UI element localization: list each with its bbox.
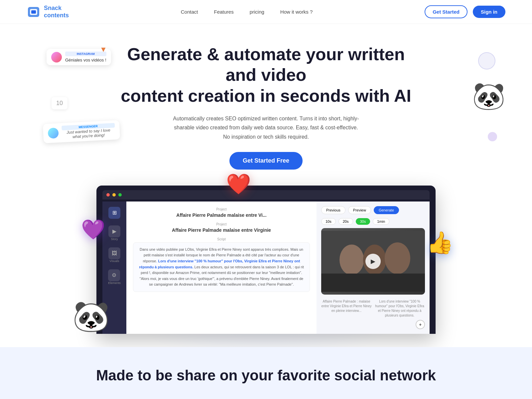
logo: Snack contents	[27, 5, 69, 19]
nav-contact[interactable]: Contact	[181, 9, 198, 15]
preview-button[interactable]: Preview	[348, 206, 371, 214]
sidebar-icon-0[interactable]: ⊞	[108, 207, 120, 219]
instagram-text: Géniales vos vidéos !	[65, 58, 106, 63]
sidebar-icon-story[interactable]: ▶	[108, 225, 120, 237]
action-buttons: Previous Preview Generate	[321, 206, 425, 214]
svg-point-6	[385, 242, 410, 274]
nav-how-it-works[interactable]: How it works ?	[280, 9, 313, 15]
nav-pricing[interactable]: pricing	[250, 9, 264, 15]
add-button[interactable]: +	[416, 320, 425, 329]
arrow-decoration: ▼	[100, 45, 107, 54]
duration-1min[interactable]: 1min	[373, 218, 389, 225]
navbar: Snack contents Contact Features pricing …	[0, 0, 532, 24]
thumbup-icon-3d: 👍	[427, 230, 454, 255]
duration-20s[interactable]: 20s	[338, 218, 353, 225]
cta-button[interactable]: Get Started Free	[229, 152, 303, 170]
logo-text: Snack contents	[44, 5, 69, 19]
avatar	[51, 52, 62, 63]
nav-links: Contact Features pricing How it works ?	[181, 9, 313, 15]
panda-bottom: 🐼	[72, 299, 110, 334]
monitor-titlebar	[102, 190, 430, 200]
hero-subtitle: Automatically creates SEO optimized writ…	[173, 114, 359, 141]
svg-rect-7	[321, 273, 425, 292]
hero-section: INSTAGRAM Géniales vos vidéos ! ▼ 10 MES…	[0, 24, 532, 347]
video-thumbnail[interactable]: ▶	[321, 228, 425, 295]
sign-in-button[interactable]: Sign in	[473, 6, 505, 18]
video-caption-1: Affaire Pierre Palmade : malaise entre V…	[321, 299, 372, 318]
duration-options: 10s 20s 30s 1min	[321, 218, 425, 225]
duration-10s[interactable]: 10s	[321, 218, 336, 225]
circle-decoration	[478, 52, 495, 69]
sidebar-icon-visuals[interactable]: 🖼	[108, 247, 120, 259]
maximize-button	[118, 193, 122, 197]
hero-title: Generate & automate your written and vid…	[116, 44, 416, 106]
previous-button[interactable]: Previous	[321, 206, 345, 214]
app-editor: Project Affaire Pierre Palmade malaise e…	[126, 201, 317, 334]
app-content: ⊞ ▶ Story 🖼 Visuals ⚙ Elements	[102, 201, 430, 334]
project-title-2: Affaire Pierre Palmade malaise entre Vir…	[133, 227, 310, 233]
svg-point-4	[339, 244, 364, 275]
project-label-2: Project	[133, 222, 310, 226]
generate-button[interactable]: Generate	[374, 206, 399, 214]
dot-decoration	[488, 132, 497, 141]
video-caption-2: Lors d'une interview "100 % humour" pour…	[374, 299, 425, 318]
mini-card-decoration: 10	[52, 97, 67, 109]
app-screenshot: ❤️ 👍 💜 🐼 ⊞ ▶ Story	[96, 186, 436, 334]
heart-purple-icon-3d: 💜	[81, 218, 105, 241]
play-button[interactable]: ▶	[365, 254, 381, 269]
avatar	[48, 128, 59, 139]
nav-features[interactable]: Features	[214, 9, 233, 15]
close-button	[106, 193, 110, 197]
duration-30s[interactable]: 30s	[356, 218, 370, 225]
project-label-1: Project	[133, 207, 310, 211]
social-section: Made to be share on your favorite social…	[0, 347, 532, 399]
monitor-frame: ⊞ ▶ Story 🖼 Visuals ⚙ Elements	[96, 186, 436, 334]
get-started-button[interactable]: Get Started	[425, 5, 467, 18]
messenger-badge: MESSENGER Just wanted to say I love what…	[43, 120, 120, 143]
script-area[interactable]: Dans une vidéo publiée par LObs, Virgini…	[133, 242, 310, 292]
svg-rect-2	[31, 10, 36, 14]
minimize-button	[112, 193, 116, 197]
panda-mascot: 🐼	[472, 80, 505, 112]
app-right-panel: Previous Preview Generate 10s 20s 30s 1m…	[317, 201, 430, 334]
project-title-1: Affaire Pierre Palmade malaise entre Vi.…	[133, 212, 310, 218]
nav-actions: Get Started Sign in	[425, 5, 505, 18]
sidebar-icon-elements[interactable]: ⚙	[108, 269, 120, 281]
heart-icon-3d: ❤️	[226, 172, 251, 196]
script-label: Script	[133, 237, 310, 241]
logo-icon	[27, 6, 41, 18]
social-title: Made to be share on your favorite social…	[27, 367, 505, 384]
